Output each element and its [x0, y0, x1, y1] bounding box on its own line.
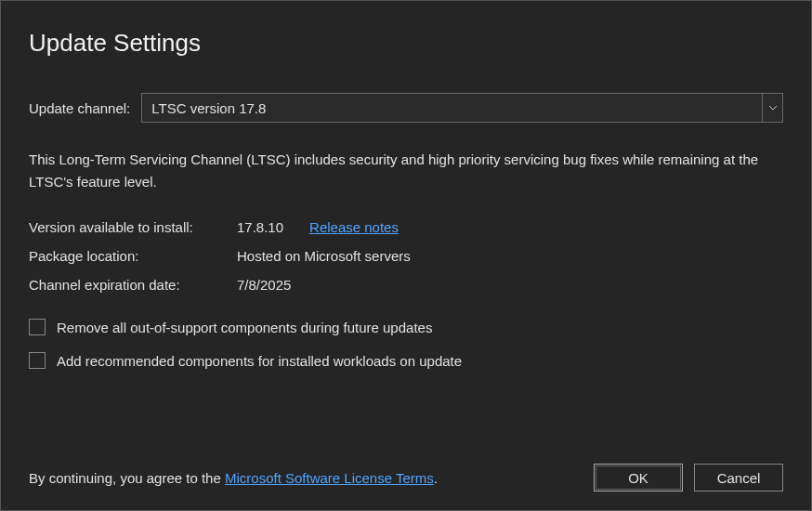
add-recommended-label[interactable]: Add recommended components for installed…	[57, 353, 462, 369]
update-channel-value: LTSC version 17.8	[141, 93, 763, 123]
update-channel-row: Update channel: LTSC version 17.8	[29, 93, 783, 123]
update-channel-dropdown[interactable]: LTSC version 17.8	[141, 93, 783, 123]
ok-button[interactable]: OK	[594, 464, 683, 491]
release-notes-link[interactable]: Release notes	[309, 219, 399, 235]
package-location-label: Package location:	[29, 248, 237, 264]
license-terms-link[interactable]: Microsoft Software License Terms	[225, 470, 434, 486]
channel-expiration-value: 7/8/2025	[237, 277, 783, 293]
version-available-row: 17.8.10 Release notes	[237, 219, 783, 235]
chevron-down-icon	[769, 106, 777, 111]
agree-suffix: .	[434, 470, 438, 486]
update-settings-dialog: Update Settings Update channel: LTSC ver…	[0, 0, 812, 511]
version-available-value: 17.8.10	[237, 219, 283, 235]
agree-prefix: By continuing, you agree to the	[29, 470, 225, 486]
dialog-footer: By continuing, you agree to the Microsof…	[29, 445, 783, 491]
dialog-content: Update Settings Update channel: LTSC ver…	[1, 1, 811, 510]
remove-unsupported-checkbox[interactable]	[29, 319, 46, 335]
version-available-label: Version available to install:	[29, 219, 237, 235]
channel-expiration-label: Channel expiration date:	[29, 277, 237, 293]
info-grid: Version available to install: 17.8.10 Re…	[29, 219, 783, 293]
channel-description: This Long-Term Servicing Channel (LTSC) …	[29, 149, 783, 193]
add-recommended-row: Add recommended components for installed…	[29, 352, 783, 369]
remove-unsupported-label[interactable]: Remove all out-of-support components dur…	[57, 320, 432, 335]
cancel-button[interactable]: Cancel	[694, 464, 783, 491]
dialog-title: Update Settings	[29, 29, 783, 58]
add-recommended-checkbox[interactable]	[29, 352, 46, 369]
package-location-value: Hosted on Microsoft servers	[237, 248, 783, 264]
dropdown-toggle-button[interactable]	[763, 93, 783, 123]
remove-unsupported-row: Remove all out-of-support components dur…	[29, 319, 783, 335]
license-agreement-text: By continuing, you agree to the Microsof…	[29, 470, 438, 486]
update-channel-label: Update channel:	[29, 100, 130, 116]
dialog-buttons: OK Cancel	[594, 464, 783, 491]
